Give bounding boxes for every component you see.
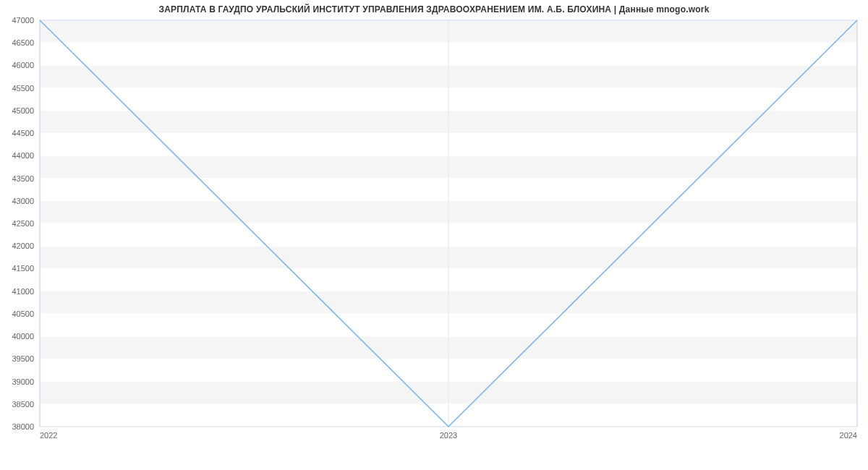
- x-tick-label: 2024: [840, 431, 857, 440]
- y-tick-label: 45000: [12, 106, 34, 115]
- y-tick-label: 43500: [12, 174, 34, 183]
- y-tick-label: 45500: [12, 84, 34, 93]
- y-tick-label: 42500: [12, 219, 34, 228]
- y-tick-label: 46500: [12, 38, 34, 47]
- y-tick-label: 43000: [12, 197, 34, 205]
- y-tick-label: 42000: [12, 242, 34, 250]
- chart-title: ЗАРПЛАТА В ГАУДПО УРАЛЬСКИЙ ИНСТИТУТ УПР…: [0, 4, 868, 14]
- y-tick-label: 44000: [12, 151, 34, 160]
- y-tick-label: 44500: [12, 129, 34, 137]
- y-tick-label: 40000: [12, 332, 34, 341]
- y-tick-label: 39500: [12, 354, 34, 363]
- y-tick-label: 41500: [12, 264, 34, 273]
- y-tick-label: 41000: [12, 287, 34, 296]
- y-tick-label: 47000: [12, 16, 34, 25]
- y-tick-label: 38000: [12, 422, 34, 431]
- x-tick-label: 2022: [40, 431, 57, 440]
- y-tick-label: 39000: [12, 377, 34, 386]
- chart-plot: 3800038500390003950040000405004100041500…: [0, 0, 868, 470]
- x-tick-label: 2023: [440, 431, 457, 440]
- y-tick-label: 38500: [12, 400, 34, 409]
- y-tick-label: 40500: [12, 309, 34, 318]
- salary-chart: ЗАРПЛАТА В ГАУДПО УРАЛЬСКИЙ ИНСТИТУТ УПР…: [0, 0, 868, 470]
- y-tick-label: 46000: [12, 61, 34, 69]
